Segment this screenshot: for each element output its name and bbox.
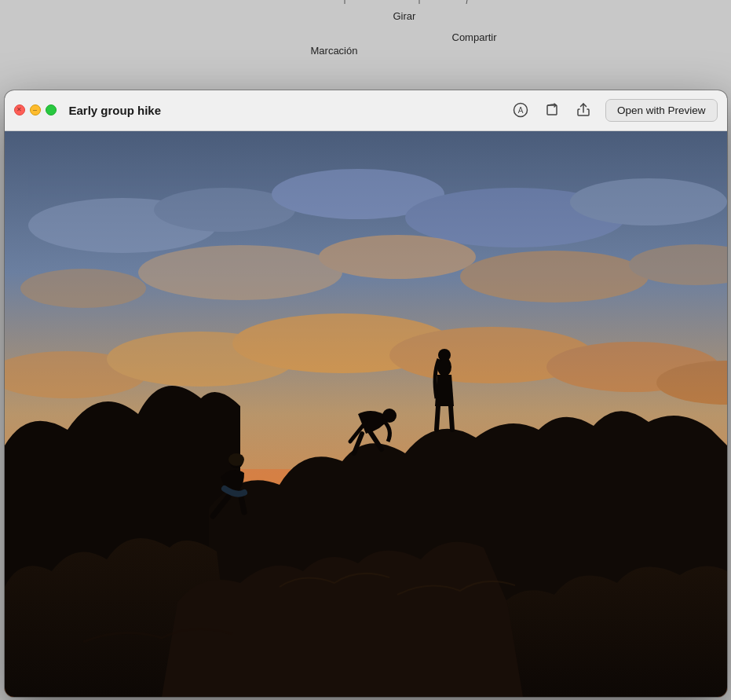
tooltip-marcacion: Marcación — [311, 45, 358, 57]
tooltip-lines-svg — [5, 0, 727, 12]
share-icon — [576, 102, 591, 118]
photo-svg — [5, 131, 727, 697]
markup-icon: A — [513, 102, 528, 118]
zoom-button[interactable] — [46, 104, 57, 115]
window-wrapper: Marcación Girar Compartir Early group hi… — [5, 4, 727, 697]
svg-point-15 — [138, 245, 342, 300]
svg-text:A: A — [518, 106, 524, 115]
markup-button[interactable]: A — [506, 96, 535, 124]
svg-point-13 — [570, 178, 727, 225]
share-button[interactable] — [569, 96, 598, 124]
svg-line-2 — [466, 0, 476, 4]
close-button[interactable] — [14, 104, 25, 115]
main-window: Early group hike A — [5, 90, 727, 697]
rotate-icon — [544, 102, 560, 118]
traffic-lights — [14, 104, 57, 115]
photo-area — [5, 131, 727, 697]
svg-point-16 — [319, 235, 476, 279]
tooltip-girar: Girar — [393, 10, 416, 22]
svg-point-17 — [460, 251, 649, 302]
titlebar: Early group hike A — [5, 90, 727, 131]
open-with-preview-button[interactable]: Open with Preview — [605, 99, 718, 122]
tooltip-area: Marcación Girar Compartir — [5, 4, 727, 90]
svg-point-31 — [228, 453, 244, 466]
tooltip-compartir: Compartir — [452, 31, 497, 43]
toolbar-icons: A — [506, 96, 718, 124]
svg-point-14 — [20, 269, 146, 308]
window-title: Early group hike — [69, 104, 500, 117]
rotate-button[interactable] — [538, 96, 566, 124]
minimize-button[interactable] — [30, 104, 41, 115]
